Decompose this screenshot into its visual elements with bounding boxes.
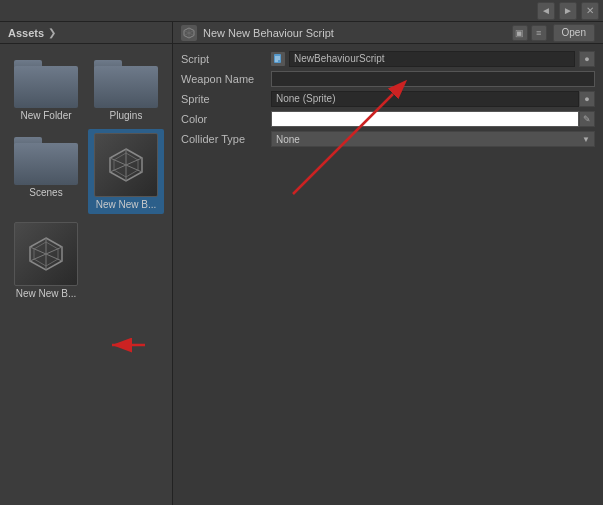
inspector-row-weapon-name: Weapon Name (181, 70, 595, 88)
top-toolbar: ◄ ► ✕ (0, 0, 603, 22)
script-value: NewBehaviourScript ● (271, 51, 595, 67)
unity-icon-2 (14, 222, 78, 286)
inspector-row-script: Script NewBehaviourScript ● (181, 50, 595, 68)
inspector-controls: ▣ ≡ (512, 25, 547, 41)
asset-item-scenes[interactable]: Scenes (8, 129, 84, 214)
asset-label-scenes: Scenes (29, 187, 62, 198)
toolbar-btn-3[interactable]: ✕ (581, 2, 599, 20)
collider-type-value: None (276, 134, 300, 145)
assets-header: Assets ❯ (0, 22, 172, 44)
inspector-label-sprite: Sprite (181, 93, 271, 105)
folder-body-scenes (14, 143, 78, 185)
inspector-ctrl-btn-2[interactable]: ≡ (531, 25, 547, 41)
color-picker-field[interactable] (271, 111, 579, 127)
assets-header-arrow: ❯ (48, 27, 56, 38)
asset-label-new-folder: New Folder (20, 110, 71, 121)
inspector-label-color: Color (181, 113, 271, 125)
asset-label-new-new-b2: New New B... (16, 288, 77, 299)
inspector-value-color: ✎ (271, 111, 595, 127)
asset-label-new-new-b-selected: New New B... (96, 199, 157, 210)
folder-body-plugins (94, 66, 158, 108)
inspector-header: New New Behaviour Script ▣ ≡ Open (173, 22, 603, 44)
script-select-btn[interactable]: ● (579, 51, 595, 67)
assets-header-label: Assets (8, 27, 44, 39)
sprite-field-with-btn: None (Sprite) ● (271, 91, 595, 107)
collider-type-arrow-icon: ▼ (582, 135, 590, 144)
unity-icon-selected (94, 133, 158, 197)
inspector-label-collider-type: Collider Type (181, 133, 271, 145)
asset-item-new-new-b2[interactable]: New New B... (8, 218, 84, 303)
color-edit-btn[interactable]: ✎ (579, 111, 595, 127)
asset-label-plugins: Plugins (110, 110, 143, 121)
toolbar-btn-2[interactable]: ► (559, 2, 577, 20)
unity-logo-svg-selected (106, 145, 146, 185)
open-button[interactable]: Open (553, 24, 595, 42)
svg-rect-16 (274, 54, 281, 63)
assets-grid: New Folder Plugins Scenes (0, 44, 172, 505)
toolbar-btn-1[interactable]: ◄ (537, 2, 555, 20)
asset-item-plugins[interactable]: Plugins (88, 52, 164, 125)
inspector-label-weapon-name: Weapon Name (181, 73, 271, 85)
folder-icon-plugins (94, 56, 158, 108)
inspector-value-sprite: None (Sprite) ● (271, 91, 595, 107)
weapon-name-input[interactable] (271, 71, 595, 87)
inspector-unity-icon (181, 25, 197, 41)
inspector-title: New New Behaviour Script (203, 27, 506, 39)
inspector-label-script: Script (181, 53, 271, 65)
inspector-value-weapon-name (271, 71, 595, 87)
inspector-row-sprite: Sprite None (Sprite) ● (181, 90, 595, 108)
inspector-body: Script NewBehaviourScript ● (173, 44, 603, 505)
inspector-row-collider-type: Collider Type None ▼ (181, 130, 595, 148)
assets-panel: Assets ❯ New Folder Plugins (0, 22, 173, 505)
folder-body (14, 66, 78, 108)
folder-icon (14, 56, 78, 108)
inspector-ctrl-btn-1[interactable]: ▣ (512, 25, 528, 41)
main-content: Assets ❯ New Folder Plugins (0, 22, 603, 505)
inspector-panel: New New Behaviour Script ▣ ≡ Open Script (173, 22, 603, 505)
unity-logo-svg-2 (26, 234, 66, 274)
asset-item-new-new-b-selected[interactable]: New New B... (88, 129, 164, 214)
sprite-name-field: None (Sprite) (271, 91, 579, 107)
inspector-row-color: Color ✎ (181, 110, 595, 128)
inspector-value-collider-type: None ▼ (271, 131, 595, 147)
script-name-field: NewBehaviourScript (289, 51, 575, 67)
folder-icon-scenes (14, 133, 78, 185)
collider-type-select[interactable]: None ▼ (271, 131, 595, 147)
asset-item-new-folder[interactable]: New Folder (8, 52, 84, 125)
file-icon-svg (273, 54, 283, 64)
sprite-select-btn[interactable]: ● (579, 91, 595, 107)
inspector-value-script: NewBehaviourScript ● (271, 51, 595, 67)
script-file-icon (271, 52, 285, 66)
inspector-unity-icon-svg (183, 27, 195, 39)
